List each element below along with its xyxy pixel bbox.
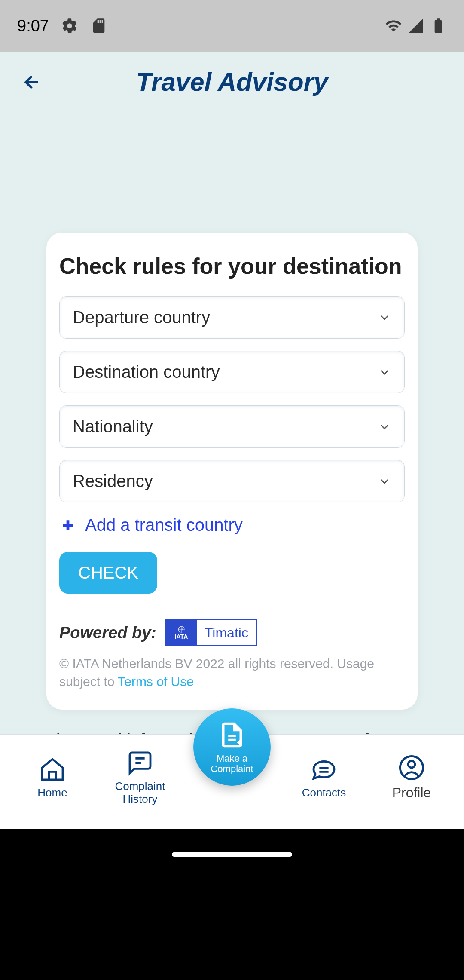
select-label: Residency (73, 472, 153, 491)
document-edit-icon (217, 720, 247, 750)
status-bar: 9:07 (0, 0, 464, 52)
plus-icon (59, 517, 76, 534)
cellular-icon (407, 17, 424, 34)
nav-complaint-history[interactable]: ComplaintHistory (106, 749, 174, 806)
nav-label: Home (37, 787, 67, 799)
powered-by-row: Powered by: IATA Timatic (59, 619, 405, 646)
chevron-down-icon (378, 475, 391, 488)
select-label: Departure country (73, 308, 210, 327)
departure-country-select[interactable]: Departure country (59, 296, 405, 339)
header: Travel Advisory (0, 52, 464, 112)
select-label: Destination country (73, 362, 220, 382)
iata-logo: IATA (166, 620, 197, 645)
copyright-block: © IATA Netherlands BV 2022 all rights re… (59, 655, 405, 691)
nav-label: Profile (392, 785, 431, 801)
residency-select[interactable]: Residency (59, 460, 405, 502)
battery-icon (430, 17, 447, 34)
terms-of-use-link[interactable]: Terms of Use (118, 674, 194, 689)
nationality-select[interactable]: Nationality (59, 405, 405, 448)
nav-home[interactable]: Home (18, 756, 87, 799)
make-complaint-fab[interactable]: Make aComplaint (193, 708, 271, 786)
card-title: Check rules for your destination (59, 253, 405, 279)
chat-history-icon (123, 749, 157, 777)
iata-text: IATA (175, 633, 188, 640)
status-time: 9:07 (17, 17, 49, 35)
home-icon (35, 756, 70, 783)
destination-country-select[interactable]: Destination country (59, 351, 405, 393)
wifi-icon (385, 17, 402, 34)
add-transit-label: Add a transit country (85, 515, 243, 535)
chevron-down-icon (378, 420, 391, 434)
rules-card: Check rules for your destination Departu… (46, 233, 418, 710)
page-title: Travel Advisory (42, 67, 422, 97)
back-button[interactable] (21, 72, 42, 92)
arrow-left-icon (21, 72, 42, 92)
timatic-text: Timatic (197, 625, 256, 641)
check-button[interactable]: CHECK (59, 552, 157, 594)
timatic-badge: IATA Timatic (165, 619, 257, 646)
svg-point-2 (408, 761, 415, 768)
nav-label: Contacts (302, 787, 346, 799)
profile-icon (394, 754, 429, 781)
add-transit-button[interactable]: Add a transit country (59, 515, 405, 535)
globe-icon (176, 625, 186, 633)
message-icon (307, 756, 341, 783)
fab-label: Make aComplaint (211, 753, 253, 774)
copyright-text: © IATA Netherlands BV 2022 all rights re… (59, 656, 374, 689)
nav-contacts[interactable]: Contacts (290, 756, 358, 799)
android-nav-bar (0, 829, 464, 880)
settings-icon (61, 17, 78, 34)
select-label: Nationality (73, 417, 153, 436)
nav-label: ComplaintHistory (115, 780, 165, 806)
chevron-down-icon (378, 365, 391, 379)
nav-profile[interactable]: Profile (377, 754, 446, 801)
nav-handle[interactable] (172, 852, 292, 857)
chevron-down-icon (378, 311, 391, 325)
sd-card-icon (90, 17, 107, 34)
powered-by-label: Powered by: (59, 624, 156, 642)
